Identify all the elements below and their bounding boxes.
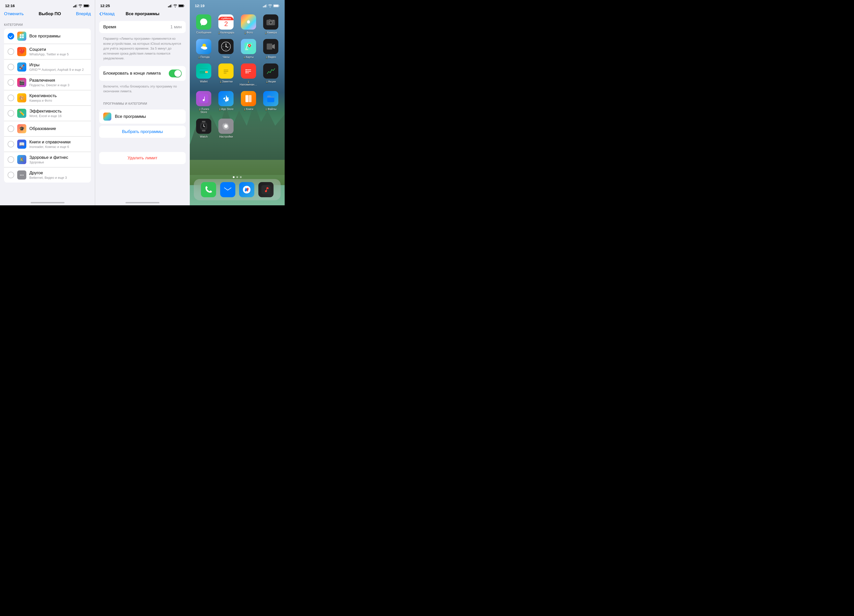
app-icon-camera: [263, 14, 278, 30]
app-files[interactable]: ⌛Файлы: [261, 91, 281, 114]
dock-icon-music: [258, 182, 273, 197]
app-label-weather: ⌛Погода: [198, 55, 209, 58]
forward-button[interactable]: Вперёд: [76, 11, 91, 17]
icon-creative: 🎨: [17, 93, 26, 102]
svg-rect-6: [84, 5, 88, 6]
radio-creative[interactable]: [8, 94, 14, 101]
app-maps[interactable]: 280 ⌛Карты: [239, 39, 258, 58]
radio-other[interactable]: [8, 172, 14, 178]
app-label-calendar: ⌛Календарь: [218, 31, 235, 34]
svg-rect-61: [246, 95, 249, 102]
app-label-stocks: ⌛Акции: [266, 80, 276, 83]
dock: [194, 179, 281, 200]
dock-app-music[interactable]: [258, 182, 273, 197]
list-item[interactable]: ✏️ Эффективность Word, Excel и еще 16: [4, 106, 91, 121]
radio-all[interactable]: [8, 33, 14, 40]
app-settings[interactable]: Настройки: [216, 119, 236, 138]
dock-app-phone[interactable]: [201, 182, 216, 197]
choose-apps-button[interactable]: Выбрать программы: [99, 126, 186, 138]
list-item[interactable]: 🚀 Игры GRID™ Autosport, Asphalt 9 и еще …: [4, 59, 91, 75]
list-item[interactable]: ··· Другое Betternet, Видео и еще 3: [4, 167, 91, 183]
dock-app-mail[interactable]: [220, 182, 235, 197]
app-stocks[interactable]: ⌛Акции: [261, 64, 281, 86]
app-books[interactable]: ⌛Книги: [239, 91, 258, 114]
svg-rect-7: [168, 6, 169, 7]
list-item[interactable]: Все программы: [4, 29, 91, 44]
app-photos[interactable]: ⌛Фото: [239, 14, 258, 34]
list-item[interactable]: 📖 Книги и справочники Inoreader, Компас …: [4, 137, 91, 152]
item-subtitle-games: GRID™ Autosport, Asphalt 9 и еще 2: [29, 68, 87, 71]
radio-education[interactable]: [8, 125, 14, 132]
radio-productivity[interactable]: [8, 110, 14, 117]
list-item[interactable]: 🚴 Здоровье и фитнес Здоровье: [4, 152, 91, 167]
panel-homescreen: 12:19 Сообще: [190, 0, 285, 205]
app-camera[interactable]: ⌛Камера: [261, 14, 281, 34]
app-weather[interactable]: ⌛Погода: [194, 39, 214, 58]
item-subtitle-social: WhatsApp, Twitter и еще 5: [29, 52, 87, 56]
radio-books[interactable]: [8, 141, 14, 148]
app-icon-calendar: Суббота 2: [218, 14, 233, 30]
app-video[interactable]: ⌛Видео: [261, 39, 281, 58]
app-icon-books: [241, 91, 256, 106]
time-row[interactable]: Время 1 мин: [99, 21, 186, 33]
app-icon-maps: 280: [241, 39, 256, 54]
app-messages[interactable]: Сообщения: [194, 14, 214, 34]
dock-app-safari[interactable]: [239, 182, 254, 197]
svg-point-74: [225, 125, 227, 127]
app-label-photos: ⌛Фото: [244, 31, 253, 34]
app-watch[interactable]: Watch: [194, 119, 214, 138]
list-item[interactable]: 🎨 Креативность Камера и Фото: [4, 90, 91, 106]
svg-point-26: [273, 20, 274, 21]
app-clock[interactable]: 12 3 6 9 Часы: [216, 39, 236, 58]
app-icon-watch: [196, 119, 211, 134]
list-item[interactable]: ❤️ Соцсети WhatsApp, Twitter и еще 5: [4, 44, 91, 59]
app-appstore[interactable]: ⌛App Store: [216, 91, 236, 114]
battery-icon-2: [178, 4, 185, 7]
svg-rect-60: [199, 94, 208, 103]
battery-icon: [84, 4, 90, 7]
wifi-icon-2: [173, 4, 177, 7]
app-itunes[interactable]: ⌛iTunes Store: [194, 91, 214, 114]
dock-icon-phone: [201, 182, 216, 197]
app-icon-clock: 12 3 6 9: [218, 39, 233, 54]
app-icon-reminders: [241, 64, 256, 79]
radio-social[interactable]: [8, 48, 14, 55]
cancel-button[interactable]: Отменить: [4, 11, 24, 17]
list-item[interactable]: 🎬 Развлечения Подкасты, Deezer и еще 3: [4, 75, 91, 90]
block-toggle[interactable]: [169, 70, 181, 78]
icon-other: ···: [17, 170, 26, 179]
svg-rect-64: [202, 121, 206, 122]
icon-games: 🚀: [17, 62, 26, 71]
radio-games[interactable]: [8, 64, 14, 70]
app-reminders[interactable]: ⌛Напоминан…: [239, 64, 258, 86]
toggle-knob: [174, 70, 181, 77]
app-label-clock: Часы: [223, 55, 230, 58]
app-calendar[interactable]: Суббота 2 ⌛Календарь: [216, 14, 236, 34]
app-icon-appstore: [218, 91, 233, 106]
page-dot-3: [240, 176, 242, 178]
radio-entertainment[interactable]: [8, 79, 14, 86]
svg-point-70: [203, 126, 204, 127]
svg-rect-8: [169, 6, 170, 7]
item-title-social: Соцсети: [29, 47, 87, 52]
app-label-wallet: Wallet: [200, 80, 207, 83]
status-icons-1: [73, 4, 90, 7]
back-button[interactable]: Назад: [99, 11, 114, 17]
status-icons-2: [168, 4, 185, 7]
app-wallet[interactable]: Wallet: [194, 64, 214, 86]
status-time-1: 12:16: [5, 3, 15, 8]
svg-text:12: 12: [226, 44, 227, 45]
item-subtitle-creative: Камера и Фото: [29, 99, 87, 102]
categories-header: КАТЕГОРИИ: [0, 19, 95, 29]
radio-health[interactable]: [8, 156, 14, 163]
svg-rect-3: [77, 4, 78, 7]
item-title-all: Все программы: [29, 33, 87, 39]
item-text-productivity: Эффективность Word, Excel и еще 16: [29, 109, 87, 118]
app-notes[interactable]: ⌛Заметки: [216, 64, 236, 86]
item-text-games: Игры GRID™ Autosport, Asphalt 9 и еще 2: [29, 62, 87, 71]
app-label-reminders: ⌛Напоминан…: [239, 80, 257, 86]
panel2-scroll[interactable]: Время 1 мин Параметр «Лимиты программ» п…: [95, 19, 190, 201]
svg-point-33: [226, 46, 226, 47]
delete-limit-button[interactable]: Удалить лимит: [99, 152, 186, 164]
list-item[interactable]: 🎓 Образование: [4, 121, 91, 137]
